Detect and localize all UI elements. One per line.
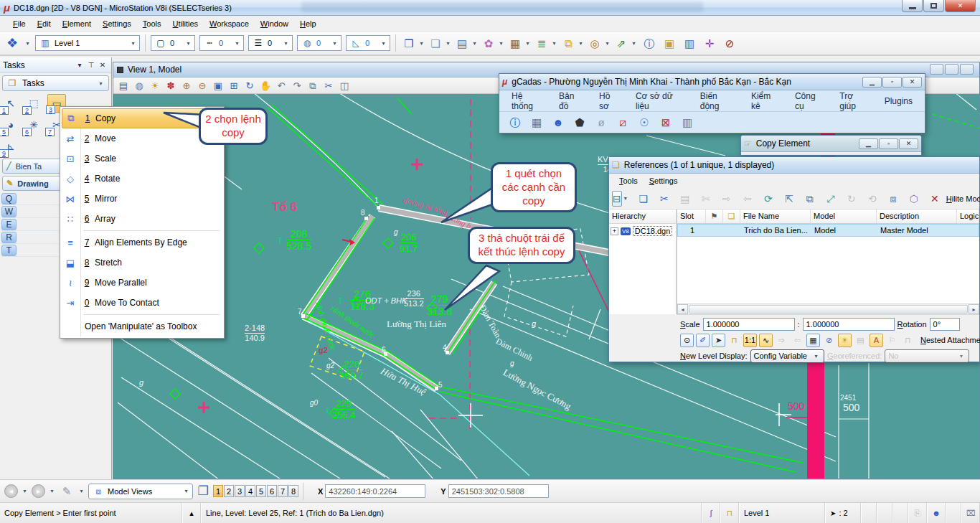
fence-mode-icon[interactable]: ⎘ [908, 503, 927, 523]
remove-layers-icon[interactable]: ⧄ [616, 115, 630, 129]
pan-view-icon[interactable]: ✋ [258, 78, 273, 93]
menu-item[interactable]: Settings [97, 18, 137, 29]
explorer-icon[interactable]: ⇗ [613, 35, 639, 51]
view-minimize-button[interactable] [930, 64, 943, 75]
view-toggle-8[interactable]: 8 [288, 485, 298, 497]
update-view-icon[interactable]: ✽ [164, 78, 178, 93]
remove-doc-icon[interactable]: ⊠ [659, 115, 673, 129]
menu-item-rotate[interactable]: ◇ 4 Rotate [62, 169, 222, 189]
merge-reference-icon[interactable]: ⧈ [885, 191, 901, 207]
clip-volume-icon[interactable]: ✂ [321, 78, 336, 93]
display-style-icon[interactable]: ◍ [132, 78, 146, 93]
active-level-combo[interactable]: ▥ Level 1 [35, 35, 140, 51]
rotation-field[interactable]: 0° [930, 318, 960, 331]
select-parcel-icon[interactable]: ⬟ [573, 115, 587, 129]
copy-view-icon[interactable]: ⧉ [306, 78, 320, 93]
task-measure[interactable]: ⊾ 9 [1, 137, 20, 156]
restore-button[interactable] [923, 0, 944, 12]
menu-item-align[interactable]: ≡ 7 Align Elements By Edge [62, 232, 222, 253]
view-toggle-7[interactable]: 7 [278, 485, 288, 497]
model-views-combo[interactable]: ⧈ Model Views [88, 484, 193, 499]
menu-item-mirror[interactable]: ⋈ 5 Mirror [62, 189, 222, 209]
cells-icon[interactable]: ✿ [481, 35, 506, 51]
view-toggle-6[interactable]: 6 [267, 485, 277, 497]
clip-reference-icon[interactable]: ✂ [656, 191, 672, 207]
bring-forward-icon[interactable]: ⇨ [719, 191, 735, 207]
gcadas-menu-item[interactable]: Plugins [878, 94, 919, 108]
hide-icon[interactable]: ø [594, 115, 608, 129]
forward-icon[interactable]: ▸ [32, 484, 45, 498]
menu-item[interactable]: Help [294, 18, 322, 29]
hilite-mode-label[interactable]: Hilite Mode [946, 194, 980, 203]
view-attributes-icon[interactable]: ▤ [116, 78, 131, 93]
scale-ref-field[interactable]: 1.000000 [803, 318, 895, 331]
menu-item[interactable]: Window [255, 18, 294, 29]
georeferenced-combo[interactable]: No [885, 349, 969, 363]
parcel-table-icon[interactable]: ▦ [529, 115, 544, 129]
sync-back-toggle[interactable]: ⇦ [791, 334, 804, 347]
line-style-combo[interactable]: ┅ 0 [199, 35, 244, 51]
x-coordinate-field[interactable]: 432260:149:0.2264 [325, 484, 425, 498]
view-toggle-2[interactable]: 2 [224, 485, 234, 497]
mask-reference-icon[interactable]: ▤ [677, 191, 693, 207]
view-menu-icon[interactable] [117, 67, 123, 73]
book-toggle[interactable]: ▤ [854, 334, 867, 347]
gcadas-menu-item[interactable]: Biến động [694, 89, 743, 113]
move-reference-icon[interactable]: ⇱ [781, 191, 797, 207]
menu-item[interactable]: Tools [137, 18, 167, 29]
gcadas-menu-item[interactable]: Hệ thống [505, 89, 551, 113]
delete-element-icon[interactable]: ⊘ [722, 35, 738, 51]
transparency-combo[interactable]: ◺ 0 [346, 35, 390, 51]
task-fence[interactable]: ⬚ 2 [24, 94, 43, 113]
references-title-bar[interactable]: ❏ References (1 of 1 unique, 1 displayed… [609, 157, 979, 174]
raster-toggle[interactable]: ▦ [806, 334, 820, 347]
snap-mode-icon[interactable]: ∫ [702, 503, 720, 523]
section-shortcut-letter[interactable]: T [1, 245, 17, 256]
level-manager-icon[interactable]: ⧉ [560, 35, 585, 51]
gcadas-minimize-button[interactable]: ▁ [862, 77, 882, 88]
copy-element-minimize-button[interactable]: ▁ [859, 138, 878, 149]
lock-toggle[interactable]: ⊓ [727, 334, 741, 347]
menu-item[interactable]: Element [57, 18, 97, 29]
nested-lock-toggle[interactable]: ⊓ [901, 334, 915, 347]
menu-item[interactable]: Utilities [167, 18, 204, 29]
view-next-icon[interactable]: ↷ [290, 78, 304, 93]
y-coordinate-field[interactable]: 2451503:302:0.5808 [448, 484, 549, 498]
column-model[interactable]: Model [811, 209, 877, 223]
section-shortcut-letter[interactable]: W [1, 206, 17, 217]
view-toggle-3[interactable]: 3 [235, 485, 245, 497]
zoom-in-icon[interactable]: ⊕ [179, 78, 194, 93]
reload-reference-icon[interactable]: ⟳ [760, 191, 776, 207]
menu-item[interactable]: Edit [32, 18, 57, 29]
column-description[interactable]: Description [877, 209, 957, 223]
references-hscrollbar[interactable]: ◂▸ [677, 303, 979, 314]
gcadas-close-button[interactable]: ✕ [903, 77, 922, 88]
mirror-reference-icon[interactable]: ⟲ [864, 191, 880, 207]
template-drop-arrow[interactable] [23, 37, 32, 50]
reference-row[interactable]: 1 Trich do Ba Lien... Model Master Model [677, 224, 979, 237]
menu-item-move-parallel[interactable]: ≀ 9 Move Parallel [62, 273, 222, 293]
copy-element-close-button[interactable]: ✕ [899, 138, 918, 149]
display-toggle[interactable]: ☀ [838, 334, 852, 347]
scale-master-field[interactable]: 1.000000 [703, 318, 795, 331]
menu-item-stretch[interactable]: ⬓ 8 Stretch [62, 253, 222, 273]
gcadas-menu-item[interactable]: Hồ sơ [593, 89, 628, 113]
flag-toggle[interactable]: ⚐ [885, 334, 899, 347]
line-style-scale-toggle[interactable]: ∿ [759, 334, 773, 347]
new-file-icon[interactable]: ❏ [428, 35, 453, 51]
snap-toggle[interactable]: ✐ [696, 334, 710, 347]
trash-icon[interactable]: ⌧ [961, 503, 980, 523]
nested-attachments-label[interactable]: Nested Attachments [920, 336, 980, 344]
copy-element-title-bar[interactable]: ☞ Copy Element ▁ ▫ ✕ [741, 136, 921, 152]
gcadas-restore-button[interactable]: ▫ [882, 77, 902, 88]
section-shortcut-letter[interactable]: Q [1, 193, 17, 204]
view-toggle-1[interactable]: 1 [213, 485, 223, 497]
column-slot[interactable]: Slot [677, 209, 706, 223]
raster-manager-icon[interactable]: ▦ [507, 35, 532, 51]
adjust-brightness-icon[interactable]: ☀ [148, 78, 162, 93]
accudraw-icon[interactable]: ✛ [702, 35, 717, 51]
find-icon[interactable]: ◎ [587, 35, 612, 51]
selection-indicator[interactable]: ➤ : 2 [825, 503, 861, 523]
grid-icon[interactable]: ▥ [680, 115, 694, 129]
active-level-indicator[interactable]: Level 1 [739, 503, 825, 523]
